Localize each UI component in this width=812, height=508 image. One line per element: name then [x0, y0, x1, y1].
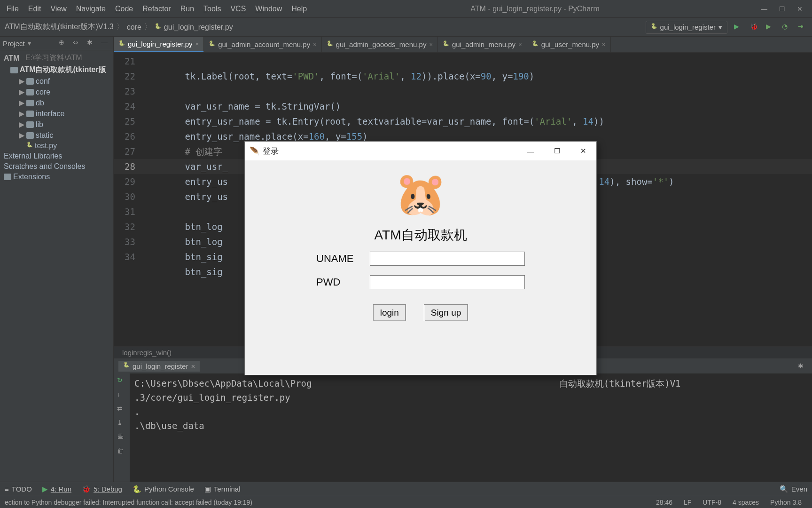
tree-file-test[interactable]: test.py	[0, 141, 113, 151]
tk-minimize-icon[interactable]: —	[517, 142, 544, 160]
project-tree: ATM E:\学习资料\ATM ATM自动取款机(tkinter版 ▶conf …	[0, 50, 113, 184]
tree-folder-db[interactable]: ▶db	[0, 97, 113, 108]
tab-gui-login-register[interactable]: gui_login_register.py×	[114, 37, 204, 52]
status-encoding[interactable]: UTF-8	[697, 499, 727, 506]
status-line-sep[interactable]: LF	[678, 499, 697, 506]
close-icon[interactable]: ×	[195, 40, 199, 48]
breadcrumb: ATM自动取款机(tkinter版本)V1.3 〉 core 〉 gui_log…	[5, 22, 233, 32]
bottom-debug[interactable]: 🐞 5: Debug	[82, 485, 122, 493]
profile-icon[interactable]: ◔	[782, 23, 791, 32]
tab-gui-admin-goods[interactable]: gui_admin_gooods_menu.py×	[322, 37, 438, 52]
titlebar: File Edit View Navigate Code Refactor Ru…	[0, 0, 812, 18]
run-tab[interactable]: gui_login_register ×	[118, 361, 200, 372]
tk-form: UNAME PWD	[316, 252, 525, 299]
python-file-icon	[118, 41, 125, 48]
hide-icon[interactable]: —	[101, 39, 110, 48]
tree-subproject[interactable]: ATM自动取款机(tkinter版	[0, 64, 113, 76]
tree-folder-interface[interactable]: ▶interface	[0, 108, 113, 119]
editor-tabs: gui_login_register.py× gui_admin_account…	[114, 37, 812, 53]
uname-field[interactable]	[370, 252, 525, 266]
login-button[interactable]: login	[373, 304, 406, 321]
folder-icon	[26, 111, 34, 117]
pwd-field[interactable]	[370, 275, 525, 289]
close-icon[interactable]: ×	[313, 41, 317, 48]
stop-icon[interactable]: ↓	[117, 390, 126, 400]
tab-gui-admin-menu[interactable]: gui_admin_menu.py×	[438, 37, 527, 52]
attach-icon[interactable]: ⇥	[798, 23, 807, 32]
folder-icon	[26, 132, 34, 139]
debug-icon[interactable]: 🐞	[750, 23, 759, 32]
menu-run[interactable]: Run	[177, 3, 198, 15]
close-icon[interactable]: ✕	[795, 4, 804, 14]
run-coverage-icon[interactable]: ▶	[766, 23, 775, 32]
bottom-todo[interactable]: ≡ TODO	[5, 485, 32, 493]
gear-icon[interactable]: ✱	[798, 362, 807, 370]
status-indent[interactable]: 4 spaces	[727, 499, 765, 506]
bottom-eventlog[interactable]: 🔍 Even	[780, 485, 807, 493]
tk-close-icon[interactable]: ✕	[570, 142, 596, 160]
menu-tools[interactable]: Tools	[200, 3, 225, 15]
tk-titlebar[interactable]: 🪶 登录 — ☐ ✕	[245, 142, 596, 160]
tree-project-root[interactable]: ATM E:\学习资料\ATM	[0, 52, 113, 64]
tree-extensions[interactable]: Extensions	[0, 172, 113, 182]
scroll-icon[interactable]: ⤓	[117, 419, 126, 428]
status-cursor-pos[interactable]: 28:46	[650, 499, 678, 506]
close-icon[interactable]: ×	[191, 362, 195, 370]
close-icon[interactable]: ×	[518, 41, 522, 48]
close-icon[interactable]: ×	[602, 41, 606, 48]
tree-folder-static[interactable]: ▶static	[0, 130, 113, 141]
chevron-down-icon[interactable]: ▾	[28, 40, 31, 47]
trash-icon[interactable]: 🗑	[117, 447, 126, 456]
minimize-icon[interactable]: —	[759, 4, 769, 14]
breadcrumb-file[interactable]: gui_login_register.py	[164, 23, 233, 32]
python-file-icon	[155, 24, 161, 31]
breadcrumb-folder[interactable]: core	[127, 23, 141, 32]
menu-edit[interactable]: Edit	[24, 3, 45, 15]
status-interpreter[interactable]: Python 3.8	[765, 499, 807, 506]
wrap-icon[interactable]: ⇄	[117, 405, 126, 414]
menu-window[interactable]: Window	[251, 3, 286, 15]
breadcrumb-root[interactable]: ATM自动取款机(tkinter版本)V1.3	[5, 22, 114, 32]
run-icon[interactable]: ▶	[734, 23, 743, 32]
tab-gui-user-menu[interactable]: gui_user_menu.py×	[527, 37, 611, 52]
settings-icon[interactable]: ✱	[87, 39, 96, 48]
menu-file[interactable]: File	[3, 3, 23, 15]
tree-folder-conf[interactable]: ▶conf	[0, 76, 113, 87]
sidebar-toolbar: Project ▾ ⊕ ⇔ ✱ —	[0, 37, 113, 50]
menu-help[interactable]: Help	[288, 3, 311, 15]
run-output[interactable]: C:\Users\Dbsec\AppData\Local\Prog 自动取款机(…	[130, 373, 812, 482]
bottom-run[interactable]: ▶ 4: Run	[42, 485, 71, 493]
menu-view[interactable]: View	[47, 3, 70, 15]
rerun-icon[interactable]: ↻	[117, 376, 126, 386]
tree-folder-lib[interactable]: ▶lib	[0, 119, 113, 130]
folder-icon	[26, 100, 34, 106]
status-bar: ection to Python debugger failed: Interr…	[0, 496, 812, 508]
tab-gui-admin-account[interactable]: gui_admin_account_menu.py×	[204, 37, 322, 52]
tree-external-libs[interactable]: External Libraries	[0, 151, 113, 161]
bottom-terminal[interactable]: ▣ Terminal	[204, 485, 241, 493]
folder-icon	[10, 67, 18, 73]
folder-icon	[26, 121, 34, 128]
target-icon[interactable]: ⊕	[59, 39, 68, 48]
pwd-label: PWD	[316, 276, 363, 288]
menu-vcs[interactable]: VCS	[226, 3, 250, 15]
close-icon[interactable]: ×	[429, 41, 433, 48]
menu-code[interactable]: Code	[111, 3, 137, 15]
tree-scratches[interactable]: Scratches and Consoles	[0, 161, 113, 172]
collapse-icon[interactable]: ⇔	[73, 39, 82, 48]
project-label[interactable]: Project	[3, 40, 25, 48]
python-file-icon	[26, 143, 33, 149]
tree-folder-core[interactable]: ▶core	[0, 87, 113, 97]
print-icon[interactable]: 🖶	[117, 433, 126, 442]
folder-icon	[4, 174, 11, 180]
bottom-console[interactable]: 🐍 Python Console	[133, 485, 194, 493]
tk-maximize-icon[interactable]: ☐	[544, 142, 570, 160]
menu-navigate[interactable]: Navigate	[72, 3, 109, 15]
signup-button[interactable]: Sign up	[424, 304, 468, 321]
project-sidebar: Project ▾ ⊕ ⇔ ✱ — ATM E:\学习资料\ATM ATM自动取…	[0, 37, 114, 482]
tk-feather-icon: 🪶	[250, 146, 259, 156]
python-file-icon	[209, 41, 215, 48]
menu-refactor[interactable]: Refactor	[139, 3, 174, 15]
maximize-icon[interactable]: ☐	[777, 4, 787, 14]
run-config-select[interactable]: gui_login_register ▾	[646, 21, 727, 34]
